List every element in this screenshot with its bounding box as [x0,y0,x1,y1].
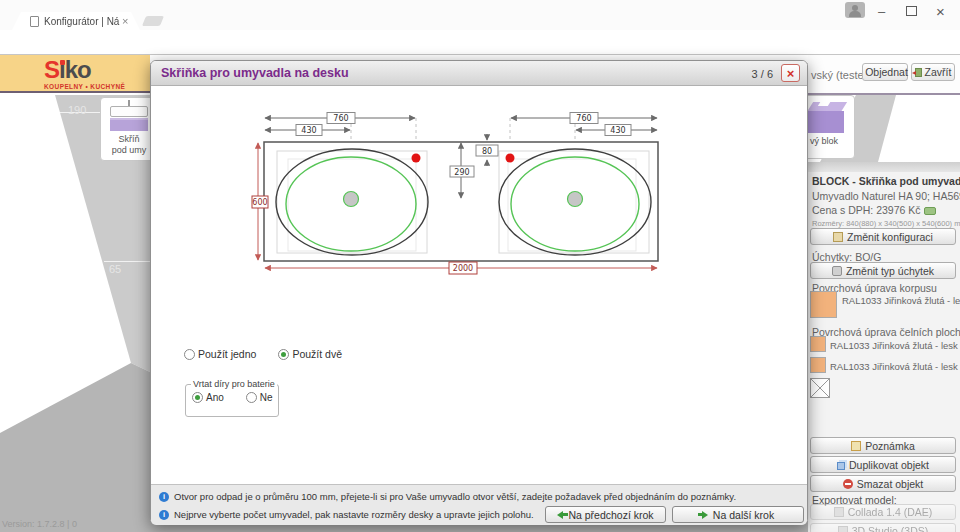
svg-text:600: 600 [252,198,267,207]
tab-title: Konfigurátor | Nábytek n [44,16,120,27]
version-label: Version: 1.7.2.8 | 0 [2,519,77,529]
svg-text:430: 430 [610,126,625,135]
browser-tab[interactable]: Konfigurátor | Nábytek n × [12,12,140,30]
radio-drill-yes[interactable] [192,392,203,403]
option-use-one[interactable]: Použít jedno [184,348,256,360]
svg-text:80: 80 [482,147,492,156]
arrow-left-icon [557,511,563,519]
faucet-holes-group: Vrtat díry pro baterie Ano Ne [185,379,279,417]
note-button[interactable]: Poznámka [810,437,956,454]
faucet-hole-right[interactable] [506,154,515,163]
scene-dim-line [104,261,150,262]
info-message-1: i Otvor pro odpad je o průměru 100 mm, p… [159,491,736,502]
export-collada-button[interactable]: Collada 1.4 (DAE) [810,504,956,520]
option-drill-yes[interactable]: Ano [192,392,224,403]
change-handles-button[interactable]: Změnit typ úchytek [810,262,956,279]
svg-text:290: 290 [454,168,469,177]
no-color-swatch[interactable] [810,378,830,398]
surface-front-label: Povrchová úprava čelních ploch [812,326,960,338]
money-icon [924,207,936,215]
arrow-right-icon [702,511,708,519]
profile-avatar-icon[interactable] [845,2,865,18]
properties-panel: BLOCK - Skřiňka pod umyvadlo Umyvadlo Na… [808,162,960,532]
browser-toolbar: ← → ↻ ⌂ i nabytek-na-miru.siko.cz/config… [0,30,960,55]
window-minimize-button[interactable]: – [878,4,885,19]
browser-titlebar: Konfigurátor | Nábytek n × – × [0,0,960,30]
close-app-button[interactable]: Zavřít [911,63,955,81]
step-counter: 3 / 6 [752,68,773,80]
cabinet-drawer-icon [110,118,148,131]
order-button[interactable]: Objednat [862,63,908,81]
basin-count-options: Použít jedno Použít dvě [184,348,342,360]
delete-icon [843,479,853,489]
option-use-two[interactable]: Použít dvě [278,348,342,360]
scene-dim-190: 190 [68,104,86,116]
scene-dim-65: 65 [109,263,121,275]
front-ral-value-2: RAL1033 Jiřinková žlutá - lesk [830,361,958,372]
logo-dot-icon [60,60,65,65]
body-color-swatch[interactable] [810,291,837,318]
duplicate-object-button[interactable]: Duplikovat objekt [810,456,956,473]
block-title: BLOCK - Skřiňka pod umyvadlo [812,175,960,187]
body-ral-value: RAL1033 Jiřinková žlutá - lesk [842,295,960,306]
exit-door-icon [915,68,922,77]
window-maximize-button[interactable] [906,6,917,16]
change-config-button[interactable]: Změnit konfiguraci [810,228,956,245]
washbasin-diagram[interactable]: 760 760 430 430 80 290 600 2000 [251,106,671,276]
svg-text:760: 760 [576,114,591,123]
tab-favicon-icon [30,16,39,27]
next-step-button[interactable]: Na další krok [672,506,804,523]
option-drill-no[interactable]: Ne [246,392,273,403]
info-icon: i [159,510,169,520]
front-color-swatch-1[interactable] [810,336,826,352]
dimensions-line: Rozměry: 840(880) x 340(500) x 540(600) … [812,219,960,228]
block-3d-front-icon [804,111,844,133]
export-3ds-button[interactable]: 3D Studio (3DS) [810,523,956,532]
new-tab-button[interactable] [142,16,164,26]
svg-text:430: 430 [301,126,316,135]
product-name: Umyvadlo Naturel HA 90; HA5690 [812,190,960,202]
faucet-group-legend: Vrtat díry pro baterie [191,379,277,389]
faucet-hole-left[interactable] [412,154,421,163]
config-icon [833,232,843,242]
copy-icon [837,462,845,470]
dialog-header[interactable]: Skřiňka pro umyvadla na desku 3 / 6 × [151,61,807,86]
dialog-footer: i Otvor pro odpad je o průměru 100 mm, p… [151,484,807,525]
siko-logo: Sıko KOUPELNY • KUCHYNĚ [44,58,144,90]
handle-icon [832,266,842,276]
dialog-close-button[interactable]: × [781,64,800,82]
drain-right-icon [568,192,583,207]
svg-text:760: 760 [333,114,348,123]
logo-letter-s: S [44,56,59,83]
configurator-dialog: Skřiňka pro umyvadla na desku 3 / 6 × [150,60,808,525]
delete-object-button[interactable]: Smazat objekt [810,475,956,492]
note-icon [851,441,861,451]
radio-use-one[interactable] [184,349,195,360]
info-icon: i [159,492,169,502]
svg-text:2000: 2000 [453,264,473,273]
price-line: Cena s DPH: 23976 Kč [812,204,936,216]
radio-use-two[interactable] [278,349,289,360]
logo-subtitle: KOUPELNY • KUCHYNĚ [44,83,144,90]
front-ral-value-1: RAL1033 Jiřinková žlutá - lesk [830,340,958,351]
info-message-2: i Nejprve vyberte počet umyvadel, pak na… [159,509,534,520]
window-close-button[interactable]: × [936,3,945,20]
drain-left-icon [344,192,359,207]
cabinet-basin-icon [110,106,148,117]
export-icon [834,507,844,517]
dialog-title: Skřiňka pro umyvadla na desku [161,66,349,80]
tab-close-icon[interactable]: × [122,15,128,27]
previous-step-button[interactable]: Na předchozí krok [545,506,666,523]
front-color-swatch-2[interactable] [810,357,826,373]
panel-header-bar [808,162,960,172]
export-icon [838,526,848,532]
radio-drill-no[interactable] [246,392,257,403]
